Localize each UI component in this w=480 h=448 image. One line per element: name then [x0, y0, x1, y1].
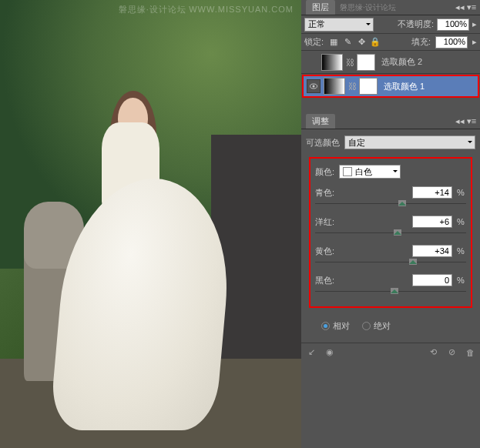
adjustment-type-row: 可选颜色 自定	[306, 134, 475, 151]
delete-adjustment-icon[interactable]: 🗑	[463, 346, 477, 359]
panel-menu: ◂◂ ▾≡	[455, 2, 477, 12]
yellow-slider[interactable]	[315, 259, 466, 266]
watermark-text: 磐思缘·设计论坛	[119, 5, 186, 14]
magenta-slider-row: 洋红: +6 %	[315, 214, 466, 229]
yellow-value[interactable]: +34	[412, 245, 452, 257]
layers-tab[interactable]: 图层	[306, 0, 335, 15]
slider-handle[interactable]	[398, 200, 406, 206]
magenta-slider[interactable]	[315, 229, 466, 237]
panel-menu-icon[interactable]: ▾≡	[466, 2, 477, 12]
figure	[60, 81, 226, 430]
opacity-label: 不透明度:	[398, 18, 434, 30]
color-dropdown[interactable]: 白色	[339, 165, 401, 179]
adjustment-thumb[interactable]	[321, 54, 343, 71]
magenta-value[interactable]: +6	[412, 216, 452, 228]
adjustments-panel: 调整 ◂◂ ▾≡ 可选颜色 自定 颜色: 白色	[301, 114, 480, 361]
layer-row[interactable]: ⛓ 选取颜色 2	[301, 51, 480, 74]
radio-dot-off	[362, 322, 371, 330]
reset-icon[interactable]: ⊘	[445, 346, 458, 359]
adjustments-tab[interactable]: 调整	[306, 114, 335, 129]
cyan-label: 青色:	[315, 187, 341, 199]
relative-label: 相对	[333, 320, 350, 332]
color-picker-row: 颜色: 白色	[315, 163, 466, 180]
black-value[interactable]: 0	[412, 274, 452, 286]
toggle-visibility-icon[interactable]: ◉	[323, 346, 337, 359]
link-icon: ⛓	[348, 82, 356, 91]
cyan-slider-row: 青色: +14 %	[315, 185, 466, 200]
magenta-label: 洋红:	[315, 216, 341, 228]
lock-position-icon[interactable]: ✥	[356, 37, 367, 48]
blend-mode-row: 正常 不透明度: 100% ▸	[301, 15, 480, 34]
collapse-icon[interactable]: ◂◂	[455, 115, 465, 126]
percent-sign: %	[457, 246, 466, 256]
absolute-label: 绝对	[374, 320, 391, 332]
method-radio-row: 相对 绝对	[306, 314, 475, 338]
adjustment-thumb[interactable]	[324, 78, 345, 95]
yellow-label: 黄色:	[315, 246, 341, 257]
preset-dropdown[interactable]: 自定	[344, 135, 475, 149]
panel-menu-icon[interactable]: ▾≡	[466, 115, 477, 126]
slider-group: 青色: +14 % 洋红: +6 % 黄色:	[315, 182, 466, 302]
fill-label: 填充:	[411, 36, 431, 48]
fill-input[interactable]: 100%	[435, 36, 468, 48]
slider-handle[interactable]	[409, 259, 417, 265]
color-value: 白色	[355, 166, 372, 178]
color-label: 颜色:	[315, 166, 334, 178]
lock-pixels-icon[interactable]: ✎	[342, 37, 353, 48]
previous-state-icon[interactable]: ⟲	[426, 346, 440, 359]
black-label: 黑色:	[315, 275, 341, 286]
link-icon: ⛓	[346, 58, 354, 67]
layer-row-selected[interactable]: ⛓ 选取颜色 1	[302, 75, 479, 98]
opacity-input[interactable]: 100%	[437, 18, 469, 31]
percent-sign: %	[457, 217, 466, 226]
blend-mode-dropdown[interactable]: 正常	[304, 18, 374, 32]
adjustments-footer: ↙ ◉ ⟲ ⊘ 🗑	[301, 343, 480, 361]
eye-icon	[309, 82, 318, 91]
percent-sign: %	[457, 276, 466, 285]
adjustments-panel-header: 调整 ◂◂ ▾≡	[301, 114, 480, 129]
absolute-radio[interactable]: 绝对	[362, 320, 391, 332]
lock-all-icon[interactable]: 🔒	[370, 37, 381, 48]
highlighted-controls: 颜色: 白色 青色: +14 % 洋红:	[309, 157, 472, 308]
lock-label: 锁定:	[304, 36, 324, 48]
lock-icons: ▦ ✎ ✥ 🔒	[328, 37, 381, 48]
yellow-slider-row: 黄色: +34 %	[315, 243, 466, 259]
opacity-caret-icon[interactable]: ▸	[472, 19, 477, 29]
radio-dot-on	[321, 322, 330, 330]
cyan-slider[interactable]	[315, 200, 466, 208]
svg-point-1	[313, 85, 315, 88]
dress	[49, 179, 237, 430]
visibility-toggle[interactable]	[307, 79, 321, 93]
lock-transparency-icon[interactable]: ▦	[328, 37, 339, 48]
percent-sign: %	[457, 188, 466, 197]
panel-menu: ◂◂ ▾≡	[455, 115, 477, 126]
color-swatch	[343, 167, 352, 176]
document-canvas[interactable]: 磐思缘·设计论坛 WWW.MISSYUAN.COM	[0, 0, 301, 448]
layer-mask-thumb[interactable]	[359, 78, 378, 95]
slider-handle[interactable]	[391, 288, 398, 294]
layer-name[interactable]: 选取颜色 2	[378, 56, 477, 68]
layer-mask-thumb[interactable]	[357, 54, 375, 71]
return-to-layer-icon[interactable]: ↙	[304, 346, 318, 359]
collapse-icon[interactable]: ◂◂	[455, 2, 465, 12]
watermark: 磐思缘·设计论坛 WWW.MISSYUAN.COM	[119, 4, 294, 15]
watermark-header: 磐思缘·设计论坛	[340, 2, 396, 13]
fill-caret-icon[interactable]: ▸	[472, 37, 477, 47]
layer-name[interactable]: 选取颜色 1	[381, 81, 475, 92]
adjustments-body: 可选颜色 自定 颜色: 白色 青色: +14 %	[301, 129, 480, 343]
layers-panel-header: 图层 磐思缘·设计论坛 ◂◂ ▾≡	[301, 0, 480, 15]
watermark-url: WWW.MISSYUAN.COM	[189, 5, 294, 14]
panels-column: 图层 磐思缘·设计论坛 ◂◂ ▾≡ 正常 不透明度: 100% ▸ 锁定: ▦ …	[301, 0, 480, 448]
lock-row: 锁定: ▦ ✎ ✥ 🔒 填充: 100% ▸	[301, 34, 480, 51]
black-slider[interactable]	[315, 288, 466, 296]
relative-radio[interactable]: 相对	[321, 320, 350, 332]
cyan-value[interactable]: +14	[412, 186, 452, 199]
slider-handle[interactable]	[394, 229, 401, 236]
adjustment-type-label: 可选颜色	[306, 137, 340, 149]
